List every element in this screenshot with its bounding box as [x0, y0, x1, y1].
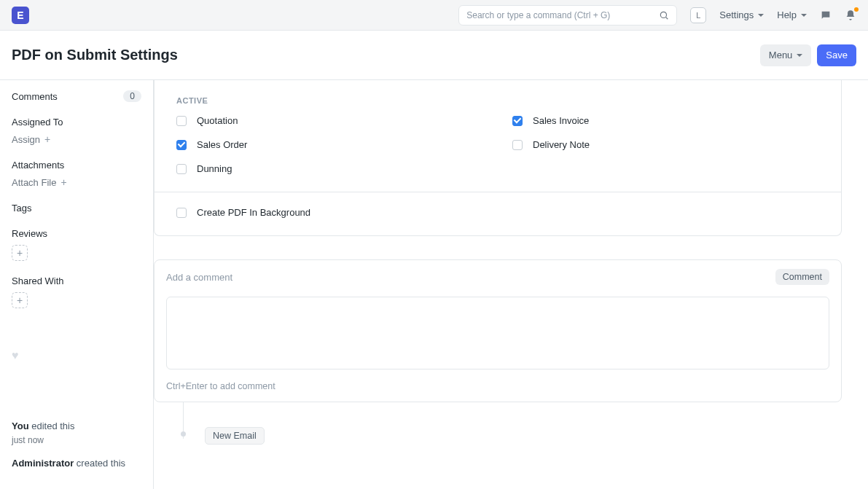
notification-dot	[854, 7, 859, 12]
svg-point-0	[661, 12, 667, 17]
checkbox-icon[interactable]	[512, 140, 523, 150]
user-avatar-small[interactable]: L	[690, 7, 706, 23]
page-title: PDF on Submit Settings	[12, 47, 178, 63]
form-sidebar: Comments 0 Assigned To Assign + Attachme…	[0, 80, 154, 489]
form-main: ACTIVE Quotation Sales Invoice Sales Ord…	[154, 80, 868, 489]
activity-log: You edited this just now Administrator c…	[12, 420, 141, 480]
activity-entry: You edited this just now	[12, 420, 141, 446]
comments-label: Comments	[12, 91, 58, 102]
navbar: E L Settings Help	[0, 0, 868, 31]
logo-letter: E	[17, 9, 23, 21]
comment-card: Add a comment Comment Ctrl+Enter to add …	[154, 259, 842, 402]
attachments-title: Attachments	[12, 160, 141, 171]
checkbox-create-pdf-bg[interactable]: Create PDF In Background	[176, 207, 819, 218]
like-icon[interactable]: ♥	[12, 349, 141, 362]
comment-hint: Ctrl+Enter to add comment	[155, 377, 841, 402]
checkbox-icon[interactable]	[176, 164, 187, 174]
checkbox-icon[interactable]	[512, 116, 523, 126]
caret-down-icon	[758, 14, 764, 17]
comments-count: 0	[123, 90, 141, 102]
save-button[interactable]: Save	[817, 44, 856, 66]
comment-textarea[interactable]	[166, 297, 829, 369]
menu-button[interactable]: Menu	[760, 44, 812, 66]
checkbox-icon[interactable]	[176, 116, 187, 126]
reviews-title: Reviews	[12, 228, 141, 239]
checkbox-quotation[interactable]: Quotation	[176, 115, 483, 126]
plus-icon: +	[44, 133, 50, 145]
bell-icon[interactable]	[845, 9, 856, 21]
attach-file-action[interactable]: Attach File +	[12, 176, 67, 188]
help-label: Help	[777, 9, 797, 20]
checkbox-icon[interactable]	[176, 140, 187, 150]
search-icon	[659, 10, 669, 20]
shared-with-title: Shared With	[12, 275, 141, 286]
chat-icon[interactable]	[820, 9, 832, 21]
sidebar-comments-row[interactable]: Comments 0	[12, 90, 141, 102]
tags-title: Tags	[12, 203, 141, 214]
settings-menu[interactable]: Settings	[719, 9, 764, 20]
caret-down-icon	[801, 14, 807, 17]
activity-entry: Administrator created this	[12, 457, 141, 470]
help-menu[interactable]: Help	[777, 9, 807, 20]
search-input[interactable]	[466, 10, 659, 20]
comment-placeholder-label: Add a comment	[166, 272, 232, 283]
assign-action[interactable]: Assign +	[12, 133, 50, 145]
add-review-button[interactable]: +	[12, 245, 28, 261]
checkbox-sales-order[interactable]: Sales Order	[176, 139, 483, 150]
avatar-letter: L	[696, 11, 700, 20]
form-card: ACTIVE Quotation Sales Invoice Sales Ord…	[154, 80, 842, 236]
checkbox-sales-invoice[interactable]: Sales Invoice	[512, 115, 819, 126]
caret-down-icon	[797, 54, 802, 57]
page-header: PDF on Submit Settings Menu Save	[0, 31, 868, 80]
assigned-to-title: Assigned To	[12, 117, 141, 128]
comment-submit-button[interactable]: Comment	[775, 269, 829, 285]
app-logo[interactable]: E	[12, 7, 29, 24]
add-share-button[interactable]: +	[12, 292, 28, 308]
svg-line-1	[666, 17, 668, 19]
timeline-dot	[181, 431, 186, 437]
global-search[interactable]	[458, 5, 677, 26]
checkbox-icon[interactable]	[176, 208, 187, 218]
settings-label: Settings	[719, 9, 754, 20]
section-title-active: ACTIVE	[155, 80, 841, 115]
checkbox-delivery-note[interactable]: Delivery Note	[512, 139, 819, 150]
new-email-button[interactable]: New Email	[205, 427, 265, 445]
checkbox-dunning[interactable]: Dunning	[176, 163, 483, 174]
timeline: New Email	[183, 417, 853, 445]
plus-icon: +	[60, 176, 66, 188]
